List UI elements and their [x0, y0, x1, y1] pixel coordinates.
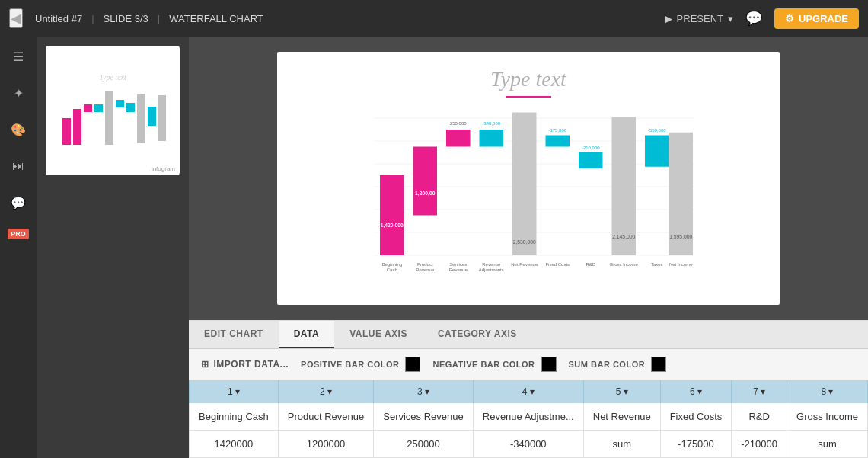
import-grid-icon: ⊞: [201, 359, 209, 370]
svg-text:Revenue: Revenue: [482, 262, 501, 267]
svg-rect-25: [446, 130, 471, 147]
import-data-button[interactable]: ⊞ IMPORT DATA...: [201, 359, 289, 370]
svg-rect-1: [73, 109, 81, 145]
col-header-8[interactable]: 8 ▾: [787, 380, 868, 403]
table-column-header-row: 1 ▾ 2 ▾ 3 ▾ 4 ▾ 5 ▾ 6 ▾ 7 ▾ 8 ▾: [190, 380, 868, 403]
svg-text:Product: Product: [417, 262, 433, 267]
svg-rect-33: [512, 113, 537, 256]
svg-text:Services: Services: [449, 262, 467, 267]
cell-product-revenue-label[interactable]: Product Revenue: [278, 403, 373, 431]
svg-text:250,000: 250,000: [450, 121, 467, 126]
svg-rect-9: [158, 95, 166, 141]
sum-color-control: SUM BAR COLOR: [569, 357, 667, 372]
slide-title[interactable]: Type text: [490, 67, 566, 91]
cell-gross-income-label[interactable]: Gross Income: [787, 403, 868, 431]
cell-revenue-adj-label[interactable]: Revenue Adjustme...: [473, 403, 583, 431]
left-sidebar: ☰ ✦ 🎨 ⏭ 💬 PRO: [0, 37, 37, 458]
sidebar-shapes-icon[interactable]: ✦: [8, 82, 29, 104]
table-row-labels: Beginning Cash Product Revenue Services …: [190, 403, 868, 431]
title-underline: [506, 96, 551, 98]
content-area: Type text 1,420,000 Beginning C: [189, 37, 868, 458]
data-table-wrapper: 1 ▾ 2 ▾ 3 ▾ 4 ▾ 5 ▾ 6 ▾ 7 ▾ 8 ▾ Beginnin: [189, 380, 868, 458]
svg-text:-175,000: -175,000: [548, 128, 566, 133]
sidebar-color-icon[interactable]: 🎨: [8, 119, 29, 140]
tab-edit-chart[interactable]: EDIT CHART: [189, 321, 279, 348]
tab-data[interactable]: DATA: [279, 321, 335, 348]
cell-net-revenue-label[interactable]: Net Revenue: [583, 403, 660, 431]
back-button[interactable]: ◀: [9, 8, 23, 28]
col-header-2[interactable]: 2 ▾: [278, 380, 373, 403]
cell-net-revenue-value[interactable]: sum: [583, 431, 660, 458]
upgrade-button[interactable]: ⚙ UPGRADE: [774, 8, 859, 29]
pro-badge: PRO: [8, 229, 29, 239]
comment-button[interactable]: 💬: [745, 10, 762, 27]
slide-thumbnail[interactable]: Type text infogram: [46, 46, 180, 175]
positive-color-label: POSITIVE BAR COLOR: [301, 360, 399, 369]
sum-color-swatch[interactable]: [651, 357, 666, 372]
present-button[interactable]: ▶ PRESENT ▾: [665, 13, 733, 24]
tab-value-axis[interactable]: VALUE AXIS: [334, 321, 423, 348]
slide-panel: Type text infogram: [37, 37, 189, 458]
sidebar-menu-icon[interactable]: ☰: [8, 46, 29, 67]
upgrade-gear-icon: ⚙: [785, 13, 794, 24]
col-header-7[interactable]: 7 ▾: [732, 380, 787, 403]
svg-text:Net Income: Net Income: [669, 262, 693, 267]
svg-text:1,420,000: 1,420,000: [381, 223, 404, 229]
cell-product-revenue-value[interactable]: 1200000: [278, 431, 373, 458]
col-header-5[interactable]: 5 ▾: [583, 380, 660, 403]
title-section: Untitled #7 | SLIDE 3/3 | WATERFALL CHAR…: [35, 13, 263, 24]
svg-text:Net Revenue: Net Revenue: [511, 262, 538, 267]
cell-gross-income-value[interactable]: sum: [787, 431, 868, 458]
slide-info: SLIDE 3/3: [104, 13, 148, 24]
svg-text:Revenue: Revenue: [416, 267, 435, 272]
svg-text:Adjustments: Adjustments: [479, 267, 504, 272]
positive-color-swatch[interactable]: [405, 357, 420, 372]
svg-rect-8: [148, 107, 156, 126]
chart-slide[interactable]: Type text 1,420,000 Beginning C: [277, 52, 780, 305]
svg-rect-36: [546, 136, 570, 147]
svg-text:2,145,000: 2,145,000: [612, 234, 635, 239]
import-label: IMPORT DATA...: [214, 359, 289, 370]
slide-thumb-branding: infogram: [152, 165, 175, 172]
svg-rect-6: [126, 103, 135, 112]
svg-text:R&D: R&D: [586, 262, 595, 267]
waterfall-chart: 1,420,000 Beginning Cash 1,200,00 Produc…: [292, 107, 764, 290]
cell-beginning-cash-label[interactable]: Beginning Cash: [190, 403, 279, 431]
svg-rect-21: [413, 147, 438, 216]
cell-fixed-costs-value[interactable]: -175000: [660, 431, 732, 458]
cell-services-revenue-value[interactable]: 250000: [374, 431, 474, 458]
separator1: |: [91, 13, 94, 24]
col-header-1[interactable]: 1 ▾: [190, 380, 279, 403]
col-header-6[interactable]: 6 ▾: [660, 380, 732, 403]
svg-text:1,595,000: 1,595,000: [669, 234, 692, 239]
svg-text:Fixed Costs: Fixed Costs: [545, 262, 570, 267]
chart-type-label: WATERFALL CHART: [169, 13, 263, 24]
col-header-4[interactable]: 4 ▾: [473, 380, 583, 403]
present-chevron-icon: ▾: [728, 13, 733, 24]
negative-color-swatch[interactable]: [541, 357, 557, 372]
cell-rd-label[interactable]: R&D: [732, 403, 787, 431]
chart-preview-area: Type text 1,420,000 Beginning C: [189, 37, 868, 320]
svg-text:Gross Income: Gross Income: [610, 262, 639, 267]
svg-text:2,530,000: 2,530,000: [513, 239, 536, 245]
document-title: Untitled #7: [35, 13, 82, 24]
tab-category-axis[interactable]: CATEGORY AXIS: [423, 321, 532, 348]
cell-beginning-cash-value[interactable]: 1420000: [190, 431, 279, 458]
present-label: PRESENT: [677, 13, 723, 24]
cell-services-revenue-label[interactable]: Services Revenue: [374, 403, 474, 431]
cell-revenue-adj-value[interactable]: -340000: [473, 431, 583, 458]
data-table: 1 ▾ 2 ▾ 3 ▾ 4 ▾ 5 ▾ 6 ▾ 7 ▾ 8 ▾ Beginnin: [189, 380, 868, 458]
cell-fixed-costs-label[interactable]: Fixed Costs: [660, 403, 732, 431]
negative-color-label: NEGATIVE BAR COLOR: [432, 360, 535, 369]
cell-rd-value[interactable]: -210000: [732, 431, 787, 458]
upgrade-label: UPGRADE: [799, 13, 848, 24]
positive-color-control: POSITIVE BAR COLOR: [301, 357, 420, 372]
svg-rect-17: [380, 175, 404, 255]
slide-thumb-title: Type text: [99, 73, 126, 82]
svg-rect-2: [84, 104, 92, 112]
sidebar-animate-icon[interactable]: ⏭: [8, 155, 29, 177]
tabs-bar: EDIT CHART DATA VALUE AXIS CATEGORY AXIS: [189, 321, 868, 349]
svg-rect-45: [645, 136, 669, 167]
sidebar-comment-icon[interactable]: 💬: [8, 192, 29, 213]
col-header-3[interactable]: 3 ▾: [374, 380, 474, 403]
